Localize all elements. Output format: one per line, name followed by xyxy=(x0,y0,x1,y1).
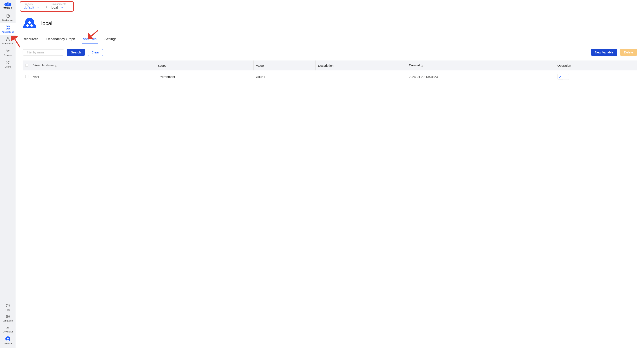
nodes-icon xyxy=(6,37,10,41)
cell-scope: Environment xyxy=(155,70,253,83)
sort-icon xyxy=(55,65,56,67)
project-value: default xyxy=(24,5,34,10)
sidebar-item-label: Operations xyxy=(2,42,14,45)
cell-created: 2024-01-27 13:31:23 xyxy=(406,70,555,83)
variables-table: Variable Name Scope Value Description Cr… xyxy=(22,60,637,83)
walrus-logo-icon xyxy=(4,2,12,7)
svg-rect-8 xyxy=(8,26,9,27)
table-row: var1 Environment value1 2024-01-27 13:31… xyxy=(22,70,637,83)
col-created[interactable]: Created xyxy=(406,60,555,70)
svg-point-21 xyxy=(7,338,9,339)
environment-value: local xyxy=(51,5,58,10)
svg-point-4 xyxy=(7,15,7,16)
svg-point-13 xyxy=(9,39,10,40)
sidebar-item-applications[interactable]: Applications xyxy=(0,23,16,35)
sidebar-item-label: System xyxy=(4,54,12,56)
search-button[interactable]: Search xyxy=(67,49,85,56)
sidebar-item-label: Download xyxy=(3,331,13,333)
sidebar-item-label: Users xyxy=(5,65,11,68)
svg-point-27 xyxy=(566,77,566,77)
breadcrumb-separator: / xyxy=(46,5,47,9)
brand-name: Walrus xyxy=(4,7,12,9)
svg-point-6 xyxy=(8,15,9,16)
sidebar: Walrus Dashboard Applications Operations… xyxy=(0,0,16,348)
new-variable-button[interactable]: New Variable xyxy=(591,49,617,56)
gear-icon xyxy=(6,48,10,53)
sidebar-item-system[interactable]: System xyxy=(0,46,16,58)
svg-point-16 xyxy=(8,61,9,62)
clear-button[interactable]: Clear xyxy=(88,49,103,56)
environment-selector[interactable]: local xyxy=(51,5,70,10)
sidebar-item-dashboard[interactable]: Dashboard xyxy=(0,11,16,23)
col-description: Description xyxy=(315,60,406,70)
project-selector[interactable]: default xyxy=(24,5,42,10)
sidebar-account[interactable]: Account xyxy=(0,335,16,346)
page-title: local xyxy=(41,20,52,26)
tabs: Resources Dependency Graph Variables Set… xyxy=(22,37,637,44)
sidebar-download[interactable]: Download xyxy=(0,324,16,335)
svg-point-14 xyxy=(7,50,8,51)
svg-point-15 xyxy=(7,61,8,62)
tab-variables[interactable]: Variables xyxy=(83,37,96,44)
breadcrumb: Projects default / Environments local xyxy=(20,1,74,11)
col-value: Value xyxy=(253,60,315,70)
svg-point-26 xyxy=(566,76,566,76)
globe-icon xyxy=(6,314,10,319)
sidebar-item-operations[interactable]: Operations xyxy=(0,35,16,46)
cell-value: value1 xyxy=(253,70,315,83)
delete-button[interactable]: Delete xyxy=(620,49,637,56)
help-icon xyxy=(6,303,10,308)
svg-rect-9 xyxy=(6,28,7,29)
svg-point-3 xyxy=(8,16,8,16)
filter-input[interactable] xyxy=(27,51,63,54)
cell-operation xyxy=(555,70,637,83)
svg-point-12 xyxy=(6,39,7,40)
logo: Walrus xyxy=(4,2,12,9)
chevron-down-icon xyxy=(37,6,40,9)
more-button[interactable] xyxy=(563,74,569,80)
sidebar-item-label: Account xyxy=(4,342,12,345)
svg-rect-10 xyxy=(8,28,9,29)
tab-settings[interactable]: Settings xyxy=(104,37,116,44)
col-operation: Operation xyxy=(555,60,637,70)
cell-description xyxy=(315,70,406,83)
grid-icon xyxy=(6,25,10,30)
svg-point-18 xyxy=(8,306,8,307)
sidebar-item-label: Help xyxy=(6,309,10,311)
cell-name: var1 xyxy=(31,70,155,83)
download-icon xyxy=(6,325,10,330)
edit-button[interactable] xyxy=(557,74,563,79)
svg-point-5 xyxy=(8,15,8,15)
svg-point-28 xyxy=(566,77,566,78)
svg-point-1 xyxy=(5,4,6,5)
filter-input-wrap xyxy=(22,49,64,55)
sidebar-help[interactable]: Help xyxy=(0,302,16,313)
tab-dependency-graph[interactable]: Dependency Graph xyxy=(46,37,75,44)
gauge-icon xyxy=(6,14,10,18)
chevron-down-icon xyxy=(61,6,64,9)
select-all-checkbox[interactable] xyxy=(25,64,28,67)
svg-point-0 xyxy=(5,4,6,5)
row-checkbox[interactable] xyxy=(25,75,28,78)
sidebar-item-label: Language xyxy=(3,320,13,322)
col-scope: Scope xyxy=(155,60,253,70)
sidebar-item-label: Dashboard xyxy=(2,19,14,21)
projects-label: Projects xyxy=(24,3,42,5)
svg-rect-7 xyxy=(6,26,7,27)
account-icon xyxy=(5,336,10,342)
tab-resources[interactable]: Resources xyxy=(22,37,38,44)
environment-icon xyxy=(22,17,37,29)
sort-icon xyxy=(421,65,423,67)
sidebar-language[interactable]: Language xyxy=(0,313,16,324)
users-icon xyxy=(6,60,10,65)
col-name[interactable]: Variable Name xyxy=(31,60,155,70)
sidebar-item-label: Applications xyxy=(2,31,14,33)
sidebar-item-users[interactable]: Users xyxy=(0,58,16,70)
environments-label: Environments xyxy=(51,3,70,5)
